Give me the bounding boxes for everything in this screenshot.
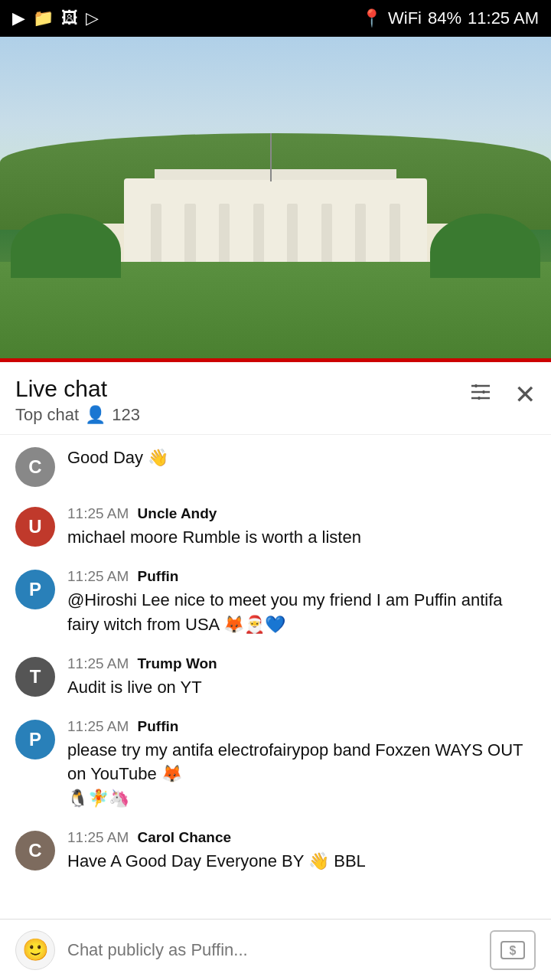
username: Puffin	[138, 718, 179, 734]
chat-header-left: Live chat Top chat 👤 123	[15, 376, 140, 425]
close-button[interactable]: ✕	[514, 379, 536, 410]
wifi-icon: WiFi	[388, 8, 422, 28]
message-body: 11:25 AM Puffin @Hiroshi Lee nice to mee…	[67, 568, 536, 637]
message-text: Good Day 👋	[67, 446, 536, 470]
chat-header-right: ✕	[468, 379, 536, 410]
message-text: @Hiroshi Lee nice to meet you my friend …	[67, 588, 536, 637]
message-meta: 11:25 AM Uncle Andy	[67, 505, 536, 522]
message-text: michael moore Rumble is worth a listen	[67, 525, 536, 550]
avatar: P	[15, 720, 55, 760]
location-icon: 📍	[361, 8, 382, 28]
youtube-icon: ▶	[12, 8, 25, 28]
viewer-icon: 👤	[85, 405, 106, 425]
status-bar: ▶ 📁 🖼 ▷ 📍 WiFi 84% 11:25 AM	[0, 0, 551, 37]
top-chat-label[interactable]: Top chat	[15, 405, 79, 425]
message-meta: 11:25 AM Puffin	[67, 718, 536, 735]
time-display: 11:25 AM	[468, 8, 539, 28]
message-body: Good Day 👋	[67, 446, 536, 470]
message-text: Audit is live on YT	[67, 675, 536, 700]
image-icon: 🖼	[61, 8, 78, 28]
chat-input[interactable]	[67, 930, 478, 970]
video-player[interactable]	[0, 37, 551, 358]
chat-message: C Good Day 👋	[0, 435, 551, 495]
message-body: 11:25 AM Uncle Andy michael moore Rumble…	[67, 505, 536, 550]
svg-text:$: $	[510, 944, 517, 957]
message-body: 11:25 AM Puffin please try my antifa ele…	[67, 718, 536, 812]
message-meta: 11:25 AM Trump Won	[67, 655, 536, 672]
chat-sub: Top chat 👤 123	[15, 405, 140, 425]
chat-header: Live chat Top chat 👤 123 ✕	[0, 362, 551, 435]
status-left-icons: ▶ 📁 🖼 ▷	[12, 8, 99, 28]
chat-message: T 11:25 AM Trump Won Audit is live on YT	[0, 645, 551, 707]
emoji-button[interactable]: 🙂	[15, 930, 55, 970]
status-right-icons: 📍 WiFi 84% 11:25 AM	[361, 8, 539, 28]
avatar: C	[15, 447, 55, 487]
username: Uncle Andy	[138, 505, 217, 521]
message-meta: 11:25 AM Puffin	[67, 568, 536, 585]
battery-text: 84%	[428, 8, 461, 28]
avatar: C	[15, 831, 55, 871]
message-body: 11:25 AM Carol Chance Have A Good Day Ev…	[67, 829, 536, 874]
play-icon: ▷	[86, 8, 99, 28]
chat-message: U 11:25 AM Uncle Andy michael moore Rumb…	[0, 495, 551, 557]
chat-title: Live chat	[15, 376, 140, 402]
superchat-button[interactable]: $	[490, 930, 536, 970]
chat-message: P 11:25 AM Puffin please try my antifa e…	[0, 707, 551, 819]
chat-message: C 11:25 AM Carol Chance Have A Good Day …	[0, 818, 551, 881]
viewer-count: 123	[112, 405, 140, 425]
username: Carol Chance	[138, 829, 231, 845]
chat-messages-list: C Good Day 👋 U 11:25 AM Uncle Andy micha…	[0, 435, 551, 956]
message-body: 11:25 AM Trump Won Audit is live on YT	[67, 655, 536, 700]
username: Trump Won	[138, 655, 217, 671]
chat-input-area: 🙂 $	[0, 919, 551, 980]
filter-button[interactable]	[468, 380, 493, 410]
avatar: T	[15, 657, 55, 697]
avatar: P	[15, 570, 55, 609]
message-text: please try my antifa electrofairypop ban…	[67, 738, 536, 812]
chat-message: P 11:25 AM Puffin @Hiroshi Lee nice to m…	[0, 557, 551, 645]
folder-icon: 📁	[33, 8, 54, 28]
avatar: U	[15, 507, 55, 547]
username: Puffin	[138, 568, 179, 584]
message-text: Have A Good Day Everyone BY 👋 BBL	[67, 849, 536, 874]
message-meta: 11:25 AM Carol Chance	[67, 829, 536, 846]
